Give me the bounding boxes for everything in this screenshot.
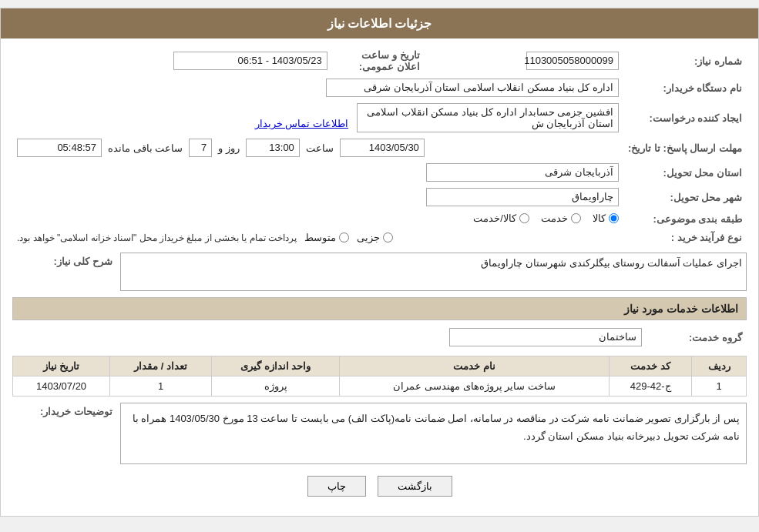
table-cell-radif: 1 (692, 376, 747, 396)
info-table: شماره نیاز: 1103005058000099 تاریخ و ساع… (12, 46, 747, 246)
shahr-field: چاراویماق (426, 188, 619, 206)
radio-kala[interactable]: کالا (593, 212, 619, 224)
radio-motevaset[interactable]: متوسط (304, 232, 349, 243)
radio-kala-khedmat-label: کالا/خدمت (473, 212, 516, 224)
tarikhe-elan-field: 1403/05/23 - 06:51 (173, 52, 327, 70)
tabaqe-radio-group: کالا/خدمت خدمت کالا (473, 212, 619, 224)
tarikhe-elan-label: تاریخ و ساعت اعلان عمومی: (332, 46, 425, 75)
noe-farayand-label: نوع فرآیند خرید : (623, 229, 747, 246)
services-table: ردیف کد خدمت نام خدمت واحد اندازه گیری ت… (12, 356, 747, 396)
grohe-table: گروه خدمت: ساختمان (12, 325, 747, 350)
sharh-field: اجرای عملیات آسفالت روستای بیگلرکندی شهر… (120, 253, 747, 291)
radio-jozee-label: جزیی (357, 232, 380, 243)
table-cell-tarikh: 1403/07/20 (13, 376, 110, 396)
section2-title: اطلاعات خدمات مورد نیاز (12, 297, 747, 320)
radio-jozee-input[interactable] (383, 233, 393, 243)
radio-motevaset-label: متوسط (304, 232, 336, 243)
col-tarikh: تاریخ نیاز (13, 356, 110, 376)
rooz-field: 7 (189, 139, 212, 157)
time-row: 05:48:57 ساعت باقی مانده 7 روز و 13:00 س… (17, 139, 619, 157)
shomare-niaz-field: 1103005058000099 (526, 52, 619, 70)
radio-jozee[interactable]: جزیی (357, 232, 393, 243)
buttons-row: بازگشت چاپ (12, 476, 747, 497)
content-area: شماره نیاز: 1103005058000099 تاریخ و ساع… (1, 38, 758, 516)
tavzihat-value-wrapper: پس از بارگزاری تصویر ضمانت نامه شرکت در … (120, 403, 747, 464)
radio-kala-input[interactable] (609, 213, 619, 223)
page-wrapper: جزئیات اطلاعات نیاز شماره نیاز: 11030050… (0, 8, 759, 517)
tarikhe-elan-value: 1403/05/23 - 06:51 (12, 46, 332, 75)
shahr-value: چاراویماق (12, 185, 623, 209)
col-kod: کد خدمت (609, 356, 691, 376)
tavzihat-field: پس از بارگزاری تصویر ضمانت نامه شرکت در … (120, 403, 747, 464)
nam-dastgah-value: اداره کل بنیاد مسکن انقلاب اسلامی استان … (12, 75, 623, 100)
page-title: جزئیات اطلاعات نیاز (327, 17, 432, 30)
table-cell-tedad: 1 (110, 376, 212, 396)
ostan-value: آذربایجان شرقی (12, 160, 623, 185)
radio-motevaset-input[interactable] (339, 233, 349, 243)
grohe-khedmat-label: گروه خدمت: (646, 325, 747, 350)
col-vahed: واحد اندازه گیری (212, 356, 340, 376)
col-nam: نام خدمت (340, 356, 610, 376)
shahr-label: شهر محل تحویل: (623, 185, 747, 209)
tabaqe-value: کالا/خدمت خدمت کالا (12, 209, 623, 229)
date-field: 1403/05/30 (340, 139, 425, 157)
mohlat-ersal-label: مهلت ارسال پاسخ: تا تاریخ: (623, 136, 747, 160)
saat-label: ساعت (306, 142, 334, 154)
radio-khedmat-label: خدمت (541, 212, 568, 224)
nam-dastgah-field: اداره کل بنیاد مسکن انقلاب اسلامی استان … (326, 79, 619, 97)
ijad-konande-field: افشین جزمی حسابدار اداره کل بنیاد مسکن ا… (357, 103, 619, 132)
noe-description: پرداخت تمام یا بخشی از مبلغ خریداز محل "… (17, 233, 297, 243)
sharh-label: شرح کلی نیاز: (12, 253, 113, 267)
table-row: 1ج-42-429ساخت سایر پروژه‌های مهندسی عمرا… (13, 376, 747, 396)
ostan-field: آذربایجان شرقی (426, 163, 619, 182)
radio-khedmat[interactable]: خدمت (541, 212, 581, 224)
ijad-konande-label: ایجاد کننده درخواست: (623, 100, 747, 136)
tavzihat-label: توضیحات خریدار: (12, 403, 113, 417)
ijad-konande-value: افشین جزمی حسابدار اداره کل بنیاد مسکن ا… (12, 100, 623, 136)
radio-kala-label: کالا (593, 212, 606, 224)
page-header: جزئیات اطلاعات نیاز (1, 8, 758, 38)
grohe-khedmat-field: ساختمان (449, 328, 642, 346)
sharh-row: شرح کلی نیاز: اجرای عملیات آسفالت روستای… (12, 253, 747, 291)
tabaqe-label: طبقه بندی موضوعی: (623, 209, 747, 229)
table-cell-vahed: پروژه (212, 376, 340, 396)
maandeh-field: 05:48:57 (17, 139, 102, 157)
col-tedad: تعداد / مقدار (110, 356, 212, 376)
tavzihat-row: توضیحات خریدار: پس از بارگزاری تصویر ضما… (12, 403, 747, 464)
bazgasht-button[interactable]: بازگشت (378, 476, 452, 497)
col-radif: ردیف (692, 356, 747, 376)
sharh-value-wrapper: اجرای عملیات آسفالت روستای بیگلرکندی شهر… (120, 253, 747, 291)
saat-field: 13:00 (246, 139, 300, 157)
shomare-niaz-value: 1103005058000099 (425, 46, 623, 75)
table-cell-kodKhedmat: ج-42-429 (609, 376, 691, 396)
table-cell-namKhedmat: ساخت سایر پروژه‌های مهندسی عمران (340, 376, 610, 396)
radio-kala-khedmat-input[interactable] (519, 213, 529, 223)
grohe-khedmat-value: ساختمان (12, 325, 646, 350)
radio-kala-khedmat[interactable]: کالا/خدمت (473, 212, 529, 224)
procurement-row: پرداخت تمام یا بخشی از مبلغ خریداز محل "… (17, 232, 619, 243)
noe-farayand-value: پرداخت تمام یا بخشی از مبلغ خریداز محل "… (12, 229, 623, 246)
ostan-label: استان محل تحویل: (623, 160, 747, 185)
ettelaat-tamas-link[interactable]: اطلاعات تماس خریدار (255, 118, 348, 129)
mohlat-ersal-value: 05:48:57 ساعت باقی مانده 7 روز و 13:00 س… (12, 136, 623, 160)
radio-khedmat-input[interactable] (571, 213, 581, 223)
chap-button[interactable]: چاپ (307, 476, 366, 497)
maandeh-label: ساعت باقی مانده (108, 142, 183, 154)
nam-dastgah-label: نام دستگاه خریدار: (623, 75, 747, 100)
rooz-label: روز و (218, 142, 240, 154)
shomare-niaz-label: شماره نیاز: (623, 46, 747, 75)
